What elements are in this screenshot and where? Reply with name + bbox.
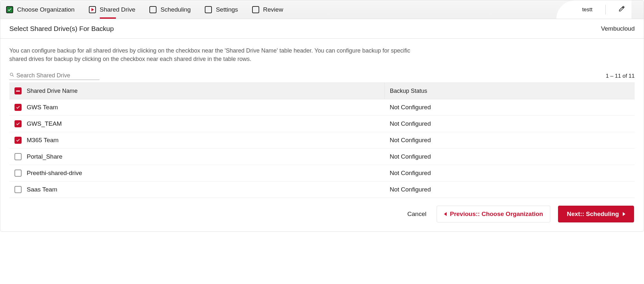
backup-status: Not Configured [384,149,635,165]
select-all-checkbox[interactable] [14,87,22,94]
help-text: You can configure backup for all shared … [9,46,428,63]
play-icon [89,6,96,13]
checkbox-icon [149,6,156,13]
table-row: M365 TeamNot Configured [9,132,635,149]
table-row: Portal_ShareNot Configured [9,149,635,165]
backup-status: Not Configured [384,165,635,181]
row-checkbox[interactable] [14,137,22,144]
wizard-steps-bar: Choose OrganizationShared DriveSchedulin… [0,0,644,19]
backup-status: Not Configured [384,99,635,116]
next-button-label: Next:: Scheduling [567,211,619,218]
wizard-step-settings[interactable]: Settings [205,6,238,13]
pagination-range: 1 – 11 of 11 [606,73,635,79]
search-shared-drive[interactable] [9,72,99,80]
drive-name: Preethi-shared-drive [27,170,82,177]
svg-point-0 [10,73,13,76]
backup-status: Not Configured [384,116,635,132]
wizard-step-label: Scheduling [160,6,191,13]
row-checkbox[interactable] [14,153,22,160]
page-title: Select Shared Drive(s) For Backup [9,25,114,33]
table-row: Saas TeamNot Configured [9,181,635,198]
shared-drive-table[interactable]: Shared Drive Name Backup Status GWS Team… [9,83,635,199]
org-name-label: Vembucloud [601,25,635,32]
row-checkbox[interactable] [14,104,22,111]
next-button[interactable]: Next:: Scheduling [558,206,634,222]
drive-name: M365 Team [27,137,59,144]
wizard-step-review[interactable]: Review [252,6,283,13]
svg-line-1 [13,75,14,77]
chevron-right-icon [623,212,625,216]
wizard-step-scheduling[interactable]: Scheduling [149,6,191,13]
table-row: GWS TeamNot Configured [9,99,635,116]
column-header-status: Backup Status [384,83,635,99]
drive-name: GWS Team [27,104,58,111]
table-row: GWS_TEAMNot Configured [9,116,635,132]
row-checkbox[interactable] [14,170,22,177]
wizard-step-label: Choose Organization [17,6,75,13]
backup-status: Not Configured [384,181,635,198]
wizard-step-label: Shared Drive [100,6,136,13]
edit-job-name-icon[interactable] [619,5,625,14]
check-icon [6,6,13,13]
table-row: Preethi-shared-driveNot Configured [9,165,635,181]
column-header-name: Shared Drive Name [27,88,78,94]
wizard-step-label: Review [263,6,283,13]
wizard-step-label: Settings [216,6,238,13]
backup-status: Not Configured [384,132,635,149]
drive-name: Portal_Share [27,153,62,160]
row-checkbox[interactable] [14,186,22,193]
drive-name: Saas Team [27,186,57,193]
job-name-tab: testt [556,0,638,19]
row-checkbox[interactable] [14,120,22,127]
search-input[interactable] [16,72,99,79]
divider [605,5,606,15]
drive-name: GWS_TEAM [27,120,62,127]
search-icon [9,72,14,79]
checkbox-icon [252,6,259,13]
wizard-step-choose-org[interactable]: Choose Organization [6,6,75,13]
checkbox-icon [205,6,212,13]
cancel-button[interactable]: Cancel [405,207,429,221]
previous-button[interactable]: Previous:: Choose Organization [437,206,550,222]
chevron-left-icon [444,212,447,216]
wizard-step-shared-drive[interactable]: Shared Drive [89,6,136,13]
job-name-label: testt [582,6,592,13]
previous-button-label: Previous:: Choose Organization [450,211,543,218]
